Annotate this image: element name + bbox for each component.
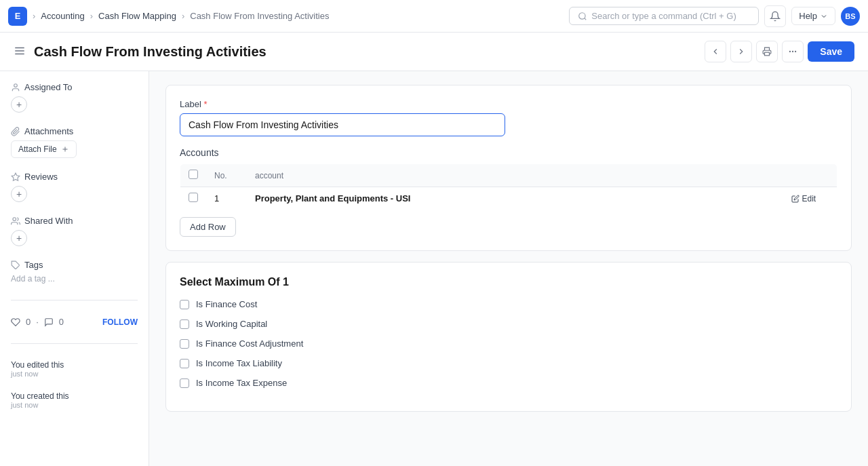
is-working-capital-checkbox[interactable]: [180, 319, 189, 329]
attachments-label: Attachments: [24, 126, 73, 136]
is-income-tax-liability-label: Is Income Tax Liability: [196, 358, 282, 368]
search-icon: [578, 12, 587, 21]
paperclip-icon: [11, 127, 20, 136]
chevron-left-icon: [711, 47, 720, 56]
user-icon: [11, 83, 20, 92]
header-actions: Save: [705, 41, 854, 62]
required-star: *: [201, 99, 208, 109]
sidebar-divider: [11, 300, 138, 300]
menu-icon[interactable]: [14, 45, 26, 59]
accounts-subtitle: Accounts: [180, 147, 837, 158]
likes-row: 0 · 0 FOLLOW: [11, 317, 138, 327]
search-bar[interactable]: Search or type a command (Ctrl + G): [569, 7, 759, 25]
svg-rect-4: [765, 52, 770, 56]
add-row-button[interactable]: Add Row: [180, 217, 236, 237]
notification-button[interactable]: [764, 5, 786, 27]
is-working-capital-label: Is Working Capital: [196, 319, 267, 329]
next-button[interactable]: [730, 41, 752, 62]
activity-1-time: just now: [11, 370, 138, 378]
app-icon[interactable]: E: [8, 7, 27, 26]
is-income-tax-liability-checkbox[interactable]: [180, 359, 189, 368]
print-button[interactable]: [756, 41, 778, 62]
assigned-to-section: Assigned To +: [11, 82, 138, 113]
add-review-button[interactable]: +: [11, 186, 27, 202]
breadcrumb-sep-3: ›: [182, 11, 184, 21]
attachments-section: Attachments Attach File: [11, 126, 138, 158]
shared-with-label: Shared With: [24, 216, 73, 226]
col-header-action: [783, 164, 837, 187]
checkbox-item: Is Income Tax Expense: [180, 378, 837, 388]
star-icon: [11, 172, 20, 182]
nav-current-page: Cash Flow From Investing Activities: [190, 11, 329, 21]
nav-cash-flow-mapping[interactable]: Cash Flow Mapping: [98, 11, 176, 21]
add-assigned-button[interactable]: +: [11, 96, 27, 113]
shared-with-header: Shared With: [11, 216, 138, 226]
activity-2: You created this just now: [11, 391, 138, 409]
activity-1: You edited this just now: [11, 360, 138, 378]
is-finance-cost-checkbox[interactable]: [180, 300, 189, 309]
attachments-header: Attachments: [11, 126, 138, 136]
save-button[interactable]: Save: [808, 41, 854, 62]
label-input[interactable]: [180, 113, 505, 136]
is-income-tax-expense-label: Is Income Tax Expense: [196, 378, 287, 388]
activity-2-time: just now: [11, 401, 138, 409]
avatar[interactable]: BS: [841, 7, 860, 26]
col-header-no: No.: [206, 164, 247, 187]
pencil-icon: [791, 195, 800, 203]
checkbox-item: Is Finance Cost: [180, 299, 837, 309]
edit-button[interactable]: Edit: [791, 194, 829, 203]
svg-point-8: [14, 83, 18, 87]
breadcrumb-sep-1: ›: [33, 11, 35, 21]
likes-count: 0: [26, 317, 31, 327]
sidebar-divider-2: [11, 343, 138, 344]
row-checkbox[interactable]: [189, 193, 198, 202]
heart-icon: [11, 317, 20, 327]
main-layout: Assigned To + Attachments Attach File Re…: [0, 71, 868, 466]
reviews-section: Reviews +: [11, 172, 138, 202]
dots-icon: [788, 47, 797, 56]
content-area: Label * Accounts No. account: [149, 71, 868, 466]
svg-point-7: [795, 51, 796, 52]
checkbox-item: Is Finance Cost Adjustment: [180, 338, 837, 349]
main-form-card: Label * Accounts No. account: [165, 85, 852, 251]
accounts-table: No. account 1 Property, Plant and Equipm…: [180, 163, 837, 210]
col-header-check: [180, 164, 207, 187]
nav-accounting[interactable]: Accounting: [41, 11, 84, 21]
comment-icon: [44, 317, 54, 327]
follow-button[interactable]: FOLLOW: [102, 317, 138, 327]
attach-file-button[interactable]: Attach File: [11, 140, 77, 158]
help-button[interactable]: Help: [791, 7, 835, 25]
attach-file-label: Attach File: [18, 144, 57, 154]
select-all-checkbox[interactable]: [189, 170, 198, 179]
checkbox-item: Is Income Tax Liability: [180, 358, 837, 368]
add-shared-button[interactable]: +: [11, 230, 27, 246]
shared-with-section: Shared With +: [11, 216, 138, 246]
breadcrumb-sep-2: ›: [90, 11, 93, 21]
add-tag-text[interactable]: Add a tag ...: [11, 274, 138, 284]
tags-section: Tags Add a tag ...: [11, 260, 138, 284]
row-no: 1: [206, 187, 247, 210]
sidebar: Assigned To + Attachments Attach File Re…: [0, 71, 149, 466]
select-max-title: Select Maximum Of 1: [180, 276, 837, 288]
svg-point-12: [13, 217, 16, 220]
tags-header: Tags: [11, 260, 138, 270]
reviews-header: Reviews: [11, 172, 138, 182]
plus-icon: [61, 145, 69, 153]
is-income-tax-expense-checkbox[interactable]: [180, 378, 189, 388]
prev-button[interactable]: [705, 41, 726, 62]
svg-point-0: [579, 12, 585, 18]
is-finance-cost-adjustment-checkbox[interactable]: [180, 339, 189, 349]
top-nav: E › Accounting › Cash Flow Mapping › Cas…: [0, 0, 868, 33]
reviews-label: Reviews: [24, 172, 58, 182]
tag-icon: [11, 260, 20, 270]
activity-1-text: You edited this: [11, 360, 138, 370]
is-finance-cost-label: Is Finance Cost: [196, 299, 257, 309]
svg-marker-11: [12, 173, 20, 180]
table-row: 1 Property, Plant and Equipments - USI E…: [180, 187, 837, 210]
chevron-right-icon: [736, 47, 746, 56]
more-button[interactable]: [782, 41, 804, 62]
svg-point-5: [790, 51, 791, 52]
printer-icon: [762, 47, 772, 56]
svg-point-6: [793, 51, 793, 52]
assigned-to-label: Assigned To: [24, 82, 73, 92]
